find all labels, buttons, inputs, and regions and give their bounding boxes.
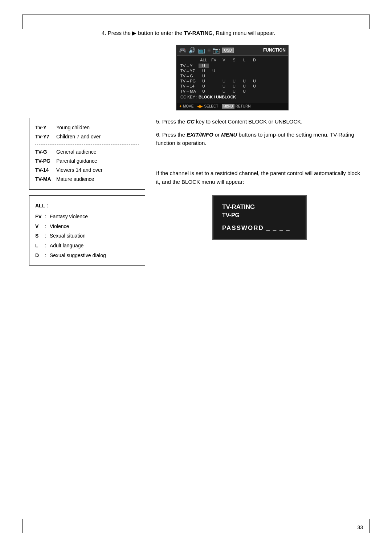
menu-icon-1: 🎮 [179, 47, 186, 54]
rating-desc-tv-g: General audience [56, 147, 97, 157]
cell-tv-g-v [219, 74, 229, 78]
nav-select: ◀▶ SELECT [197, 104, 218, 108]
header-v: V [219, 58, 229, 62]
header-l: L [239, 58, 249, 62]
right-column: 5. Press the CC key to select Content BL… [156, 118, 363, 266]
cell-tv-14-all: U [199, 84, 209, 88]
border-top-right [369, 15, 370, 29]
cell-tv-g-d [249, 74, 260, 78]
all-item-d: D : Sexual suggestive dialog [35, 251, 139, 260]
rating-desc-tv-14: Viewers 14 and over [56, 166, 102, 175]
all-key-s: S [35, 231, 42, 241]
rating-item-tv-y: TV-Y Young children [35, 123, 139, 132]
border-bottom-line [23, 533, 369, 533]
row-cells-tv-y: U [199, 64, 260, 68]
cell-tv-ma-v: U [219, 89, 229, 93]
cell-tv-y7-v [219, 69, 229, 73]
rating-item-tv-g: TV-G General audience [35, 147, 139, 157]
border-top-line [23, 15, 369, 15]
rating-desc-tv-y7: Children 7 and over [56, 132, 101, 141]
step5-section: 5. Press the CC key to select Content BL… [156, 118, 363, 126]
all-desc-d: Sexual suggestive dialog [50, 251, 106, 260]
menu-header-row: ALL FV V S L D [180, 58, 284, 62]
cell-tv-y7-s [229, 69, 239, 73]
header-d: D [249, 58, 260, 62]
cc-bold-italic: CC [187, 118, 195, 125]
cell-tv-pg-l: U [239, 79, 249, 83]
row-cells-tv-ma: U U U U [199, 89, 260, 93]
tv-rating-block-display: TV-RATING TV-PG PASSWORD _ _ _ _ [212, 195, 307, 240]
step4-text: 4. Press the ▶ button to enter the TV-RA… [102, 29, 363, 37]
cell-tv-pg-fv [209, 79, 219, 83]
rating-item-tv-ma: TV-MA Mature audience [35, 175, 139, 184]
menu-icon-2: 🔊 [188, 47, 196, 54]
menu-row-tv-pg: TV – PG U U U U U [180, 79, 284, 83]
rating-key-tv-pg: TV-PG [35, 157, 53, 166]
menu-row-tv-y: TV – Y U [180, 64, 284, 68]
header-fv: FV [209, 58, 219, 62]
step4-section: 4. Press the ▶ button to enter the TV-RA… [102, 29, 363, 110]
menu-badge: MENU [222, 104, 234, 109]
tv-rating-bold: TV-RATING [184, 30, 213, 36]
function-label: FUNCTION [263, 48, 286, 53]
all-item-s: S : Sexual situation [35, 231, 139, 241]
exit-info-italic: EXIT/INFO [187, 131, 213, 138]
select-label: SELECT [204, 104, 218, 108]
rating-key-tv-y7: TV-Y7 [35, 132, 53, 141]
left-column: TV-Y Young children TV-Y7 Children 7 and… [29, 118, 145, 266]
cell-tv-14-s: U [229, 84, 239, 88]
tv-rating-menu-image: 🎮 🔊 📺 ≡ 📷 OSD FUNCTION ALL FV V S L D [176, 45, 289, 110]
rating-desc-tv-ma: Mature audience [56, 175, 94, 184]
cell-tv-y-v [219, 64, 229, 68]
block-display-title: TV-RATING [222, 203, 297, 211]
all-desc-l: Adult language [50, 241, 83, 251]
menu-icon-3: 📺 [198, 47, 205, 54]
rating-desc-tv-y: Young children [56, 123, 90, 132]
cell-tv-y-l [239, 64, 249, 68]
rating-item-tv-14: TV-14 Viewers 14 and over [35, 166, 139, 175]
password-value: _ _ _ _ [266, 224, 290, 231]
rating-descriptions-box: TV-Y Young children TV-Y7 Children 7 and… [29, 118, 145, 190]
menu-row-tv-ma: TV – MA U U U U [180, 89, 284, 93]
rating-desc-tv-pg: Parental guidance [56, 157, 97, 166]
all-section-box: ALL : FV : Fantasy violence V : Violence… [29, 195, 145, 266]
cell-tv-y7-l [239, 69, 249, 73]
all-key-d: D [35, 251, 42, 260]
border-top-left [22, 15, 23, 29]
row-cells-tv-g: U [199, 74, 260, 78]
all-key-v: V [35, 222, 42, 231]
cc-key-value: BLOCK / UNBLOCK [199, 95, 236, 99]
block-display-subtitle: TV-PG [222, 212, 297, 219]
row-label-tv-14: TV – 14 [180, 84, 199, 88]
header-s: S [229, 58, 239, 62]
row-label-tv-y: TV – Y [180, 64, 199, 68]
cell-tv-14-fv [209, 84, 219, 88]
return-label: RETURN [236, 104, 251, 108]
password-label: PASSWORD [222, 224, 264, 231]
border-bottom-left [22, 519, 23, 533]
move-arrow-icon: ✦ [179, 104, 182, 108]
cell-tv-y7-all: U [199, 69, 209, 73]
cell-tv-g-fv [209, 74, 219, 78]
cell-tv-y-fv [209, 64, 219, 68]
cell-tv-pg-d: U [249, 79, 260, 83]
menu-icon-5: 📷 [213, 47, 220, 54]
menu-table: ALL FV V S L D TV – Y U [177, 56, 288, 103]
row-label-tv-g: TV – G [180, 74, 199, 78]
cell-tv-g-l [239, 74, 249, 78]
row-label-tv-y7: TV – Y7 [180, 69, 199, 73]
cc-key-row: CC KEY : BLOCK / UNBLOCK [180, 95, 284, 99]
menu-nav-bar: ✦ MOVE ◀▶ SELECT MENU RETURN [177, 103, 288, 110]
cell-tv-pg-s: U [229, 79, 239, 83]
block-desc-text: If the channel is set to a restricted ch… [156, 169, 363, 186]
rating-divider [35, 144, 139, 145]
cell-tv-y7-fv: U [209, 69, 219, 73]
step6-section: 6. Press the EXIT/INFO or MENU buttons t… [156, 131, 363, 147]
rating-key-tv-ma: TV-MA [35, 175, 53, 184]
menu-italic: MENU [221, 131, 237, 138]
all-title: ALL : [35, 201, 139, 211]
cell-tv-y-s [229, 64, 239, 68]
menu-row-tv-g: TV – G U [180, 74, 284, 78]
all-item-fv: FV : Fantasy violence [35, 212, 139, 222]
cell-tv-ma-all: U [199, 89, 209, 93]
